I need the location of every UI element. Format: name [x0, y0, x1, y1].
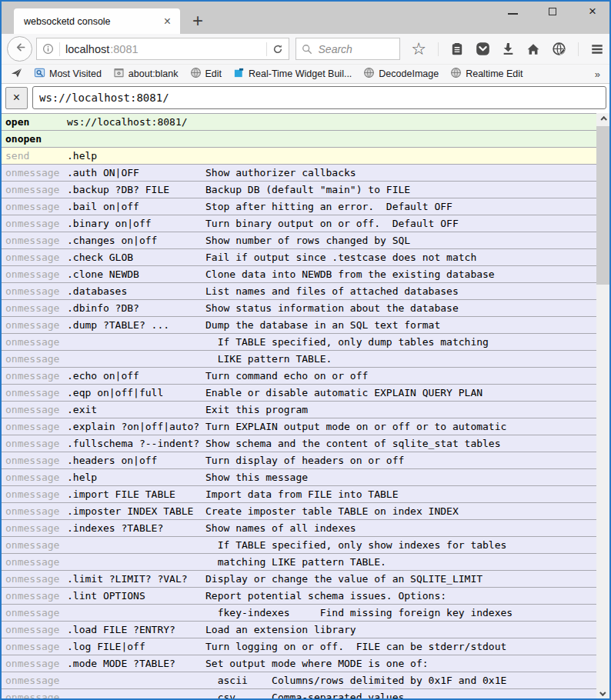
globe-icon — [190, 67, 202, 81]
toolbar-buttons: ☆ — [411, 41, 604, 58]
bookmark-realtime-widget-builder[interactable]: Real-Time Widget Buil... — [233, 67, 352, 81]
menu-hamburger-icon[interactable] — [590, 42, 604, 56]
scrollbar[interactable] — [596, 113, 609, 698]
site-info-icon[interactable] — [42, 43, 54, 55]
log-type-label: onmessage — [2, 182, 67, 198]
paper-plane-icon — [11, 67, 22, 81]
log-message: .eqp on|off|full Enable or disable autom… — [67, 385, 482, 401]
log-type-label: onmessage — [2, 520, 67, 536]
log-message: .echo on|off Turn command echo on or off — [67, 368, 368, 384]
log-type-label: onmessage — [2, 215, 67, 232]
bookmark-about-blank[interactable]: about:blank — [113, 67, 179, 81]
log-message: .import FILE TABLE Import data from FILE… — [67, 486, 398, 502]
log-message: LIKE pattern TABLE. — [67, 351, 332, 367]
bookmark-send-plane[interactable] — [11, 67, 22, 81]
log-row: onmessage .exit Exit this program — [2, 402, 596, 418]
url-bar[interactable]: localhost:8081 — [36, 38, 289, 60]
new-tab-button[interactable]: + — [192, 10, 203, 32]
log-message: .mode MODE ?TABLE? Set output mode where… — [67, 655, 429, 672]
tab-title: websocketd console — [24, 16, 162, 27]
chevron-down-icon — [599, 689, 606, 695]
websocket-url-input[interactable] — [32, 86, 606, 109]
maximize-button[interactable] — [546, 5, 559, 18]
log-row: onmessage .load FILE ?ENTRY? Load an ext… — [2, 622, 596, 638]
back-button[interactable] — [7, 36, 32, 62]
bookmark-edit[interactable]: Edit — [190, 67, 222, 81]
bookmark-label: about:blank — [129, 68, 179, 79]
log-row: onmessage .help Show this message — [2, 469, 596, 486]
log-type-label: onmessage — [2, 689, 67, 698]
log-message: .auth ON|OFF Show authorizer callbacks — [67, 165, 356, 181]
log-message: ascii Columns/rows delimited by 0x1F and… — [67, 672, 506, 688]
log-type-label: onmessage — [2, 452, 67, 468]
log-message: .help — [67, 148, 97, 164]
log-message: .limit ?LIMIT? ?VAL? Display or change t… — [67, 571, 482, 587]
url-separator — [59, 42, 60, 56]
search-input[interactable] — [317, 42, 395, 56]
log-message: .lint OPTIONS Report potential schema is… — [67, 588, 446, 604]
minimize-icon — [508, 13, 518, 15]
bookmark-label: Real-Time Widget Buil... — [249, 68, 352, 79]
log-row: onmessage .databases List names and file… — [2, 283, 596, 300]
pocket-icon[interactable] — [476, 42, 490, 56]
log-message: .clone NEWDB Clone data into NEWDB from … — [67, 266, 495, 282]
log-row: onmessage .fullschema ?--indent? Show sc… — [2, 435, 596, 452]
extension-globe-edit-icon[interactable] — [552, 42, 566, 56]
log-type-label: onmessage — [2, 368, 67, 384]
log-type-label: onmessage — [2, 638, 67, 655]
bookmark-decodeimage[interactable]: DecodeImage — [363, 67, 439, 81]
log-row: onmessage matching LIKE pattern TABLE. — [2, 554, 596, 571]
log-row: onmessage .clone NEWDB Clone data into N… — [2, 266, 596, 283]
download-icon[interactable] — [502, 42, 515, 55]
bookmark-realtime-edit[interactable]: Realtime Edit — [450, 67, 523, 81]
scrollbar-up-button[interactable] — [596, 113, 609, 126]
log-row: onmessage .backup ?DB? FILE Backup DB (d… — [2, 182, 596, 198]
url-host-text: localhost — [65, 43, 109, 55]
window-gear-icon — [113, 67, 125, 81]
log: open ws://localhost:8081/ onopen send .h… — [2, 113, 596, 698]
reload-icon[interactable] — [272, 44, 283, 55]
navigation-toolbar: localhost:8081 ☆ — [2, 34, 609, 65]
scrollbar-thumb[interactable] — [596, 126, 609, 285]
log-message: .binary on|off Turn binary output on or … — [67, 215, 459, 232]
log-row: onopen — [2, 131, 596, 148]
bookmark-star-icon[interactable]: ☆ — [411, 41, 426, 58]
log-type-label: onmessage — [2, 503, 67, 519]
log-message: .backup ?DB? FILE Backup DB (default "ma… — [67, 182, 410, 198]
bookmarks-overflow-chevron[interactable]: » — [595, 68, 600, 80]
page-content: × open ws://localhost:8081/ onopen send … — [2, 84, 609, 698]
minimize-button[interactable] — [506, 5, 519, 18]
log-type-label: onmessage — [2, 605, 67, 621]
log-row: onmessage .import FILE TABLE Import data… — [2, 486, 596, 503]
search-bar[interactable] — [295, 38, 401, 60]
log-message: fkey-indexes Find missing foreign key in… — [67, 605, 513, 621]
log-type-label: onmessage — [2, 385, 67, 401]
log-type-label: onopen — [2, 131, 67, 147]
log-message: .imposter INDEX TABLE Create imposter ta… — [67, 503, 459, 519]
tab-websocketd-console[interactable]: websocketd console × — [14, 8, 180, 34]
log-type-label: onmessage — [2, 486, 67, 502]
websocket-disconnect-button[interactable]: × — [5, 87, 28, 109]
log-message: .changes on|off Show number of rows chan… — [67, 232, 410, 248]
close-button[interactable]: × — [586, 5, 599, 18]
log-type-label: onmessage — [2, 402, 67, 418]
scrollbar-down-button[interactable] — [596, 685, 609, 698]
bookmark-most-visited[interactable]: Most Visited — [34, 67, 102, 81]
bookmark-label: Most Visited — [49, 68, 102, 79]
log-message: .dbinfo ?DB? Show status information abo… — [67, 300, 459, 316]
log-message: .fullschema ?--indent? Show schema and t… — [67, 435, 501, 452]
log-type-label: open — [2, 114, 67, 130]
home-icon[interactable] — [526, 42, 540, 56]
log-row: onmessage .headers on|off Turn display o… — [2, 452, 596, 469]
log-row: onmessage .dbinfo ?DB? Show status infor… — [2, 300, 596, 317]
log-type-label: onmessage — [2, 418, 67, 435]
browser-window: × websocketd console × + localhost:8081 — [0, 0, 611, 700]
log-type-label: onmessage — [2, 232, 67, 248]
toolbar-separator — [438, 42, 439, 56]
toolbar-separator2 — [578, 42, 579, 56]
bookmarks-menu-icon[interactable] — [450, 42, 464, 56]
log-row: onmessage .imposter INDEX TABLE Create i… — [2, 503, 596, 520]
log-row: onmessage If TABLE specified, only show … — [2, 537, 596, 554]
tab-close-icon[interactable]: × — [162, 15, 172, 28]
log-type-label: onmessage — [2, 300, 67, 316]
